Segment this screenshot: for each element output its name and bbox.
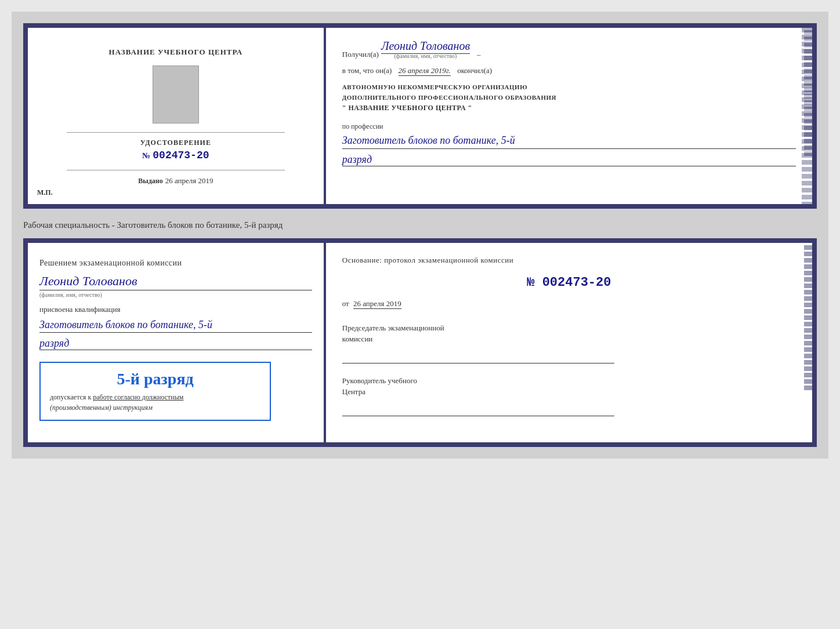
recipient-name: Леонид Толованов (381, 39, 470, 54)
stamp-rank-text: 5-й разряд (50, 370, 260, 388)
profession-value: Заготовитель блоков по ботанике, 5-й (342, 133, 796, 148)
exam-card: Решением экзаменационной комиссии Леонид… (23, 238, 817, 447)
protocol-date: от 26 апреля 2019 (342, 299, 796, 308)
profession-label: по профессии (342, 122, 383, 130)
qualification-value: Заготовитель блоков по ботанике, 5-й (39, 318, 312, 333)
mp-label: М.П. (37, 188, 53, 197)
decision-text: Решением экзаменационной комиссии (39, 257, 312, 269)
basis-title: Основание: протокол экзаменационной коми… (342, 254, 796, 266)
exam-left-panel: Решением экзаменационной комиссии Леонид… (28, 243, 326, 442)
right-edge-decoration-2 (804, 243, 812, 442)
issued-section: Выдано 26 апреля 2019 (67, 170, 285, 186)
cert-number: 002473-20 (153, 150, 209, 161)
profession-section: по профессии Заготовитель блоков по бота… (342, 121, 796, 166)
cert-right-panel: Получил(а) Леонид Толованов (фамилия, им… (326, 28, 812, 204)
chairman-section: Председатель экзаменационной комиссии (342, 322, 796, 363)
photo-placeholder (153, 66, 199, 123)
certificate-card-1: НАЗВАНИЕ УЧЕБНОГО ЦЕНТРА УДОСТОВЕРЕНИЕ №… (23, 23, 817, 209)
date-prefix-2: от (342, 299, 349, 308)
org-section: АВТОНОМНУЮ НЕКОММЕРЧЕСКУЮ ОРГАНИЗАЦИЮ ДО… (342, 82, 796, 114)
date-prefix: в том, что он(а) (342, 66, 392, 75)
date-line: в том, что он(а) 26 апреля 2019г. окончи… (342, 66, 796, 75)
page-wrapper: НАЗВАНИЕ УЧЕБНОГО ЦЕНТРА УДОСТОВЕРЕНИЕ №… (12, 12, 828, 459)
org-quote-open: " (342, 104, 346, 112)
specialty-text: Рабочая специальность - Заготовитель бло… (23, 218, 817, 232)
rank-value: разряд (342, 154, 796, 166)
cert-doc-label: УДОСТОВЕРЕНИЕ (67, 139, 285, 147)
org-quote-close: " (468, 104, 472, 112)
date-suffix: окончил(а) (457, 66, 492, 75)
issued-date: 26 апреля 2019 (165, 176, 213, 185)
org-name: НАЗВАНИЕ УЧЕБНОГО ЦЕНТРА (348, 104, 466, 112)
protocol-number: № 002473-20 (342, 275, 796, 290)
cert-title-section: НАЗВАНИЕ УЧЕБНОГО ЦЕНТРА (109, 46, 243, 57)
assigned-text: присвоена квалификация (39, 305, 312, 314)
stamp-link: работе согласно должностным (93, 393, 183, 401)
fio-label-2: (фамилия, имя, отчество) (39, 292, 312, 298)
cert-number-prefix: № (142, 151, 150, 160)
chairman-signature-line (342, 354, 614, 363)
org-line2: ДОПОЛНИТЕЛЬНОГО ПРОФЕССИОНАЛЬНОГО ОБРАЗО… (342, 93, 796, 103)
person-name-section: Леонид Толованов (фамилия, имя, отчество… (39, 274, 312, 298)
cert-left-panel: НАЗВАНИЕ УЧЕБНОГО ЦЕНТРА УДОСТОВЕРЕНИЕ №… (28, 28, 326, 204)
fio-label: (фамилия, имя, отчество) (381, 53, 470, 59)
stamp-prefix: допускается к (50, 393, 91, 401)
received-prefix: Получил(а) (342, 50, 379, 59)
chairman-label: Председатель экзаменационной комиссии (342, 322, 796, 345)
director-label: Руководитель учебного Центра (342, 375, 796, 398)
rank-line: разряд (39, 337, 312, 350)
stamp-suffix: (производственным) инструкциям (50, 403, 153, 412)
org-name-line: " НАЗВАНИЕ УЧЕБНОГО ЦЕНТРА " (342, 103, 796, 114)
cert-number-section: УДОСТОВЕРЕНИЕ № 002473-20 (67, 132, 285, 161)
stamp-description: допускается к работе согласно должностны… (50, 392, 260, 413)
org-line1: АВТОНОМНУЮ НЕКОММЕРЧЕСКУЮ ОРГАНИЗАЦИЮ (342, 82, 796, 93)
dash-separator: – (477, 50, 481, 59)
right-edge-decoration (804, 28, 812, 204)
date-value: 26 апреля 2019г. (399, 66, 451, 76)
director-signature-line (342, 407, 614, 416)
director-section: Руководитель учебного Центра (342, 375, 796, 416)
recipient-line: Получил(а) Леонид Толованов (фамилия, им… (342, 39, 796, 59)
stamp-box: 5-й разряд допускается к работе согласно… (39, 362, 271, 421)
issued-label: Выдано (138, 177, 162, 185)
cert-center-name: НАЗВАНИЕ УЧЕБНОГО ЦЕНТРА (109, 48, 243, 56)
protocol-date-value: 26 апреля 2019 (353, 299, 401, 309)
exam-right-panel: Основание: протокол экзаменационной коми… (326, 243, 812, 442)
person-name: Леонид Толованов (39, 274, 312, 290)
